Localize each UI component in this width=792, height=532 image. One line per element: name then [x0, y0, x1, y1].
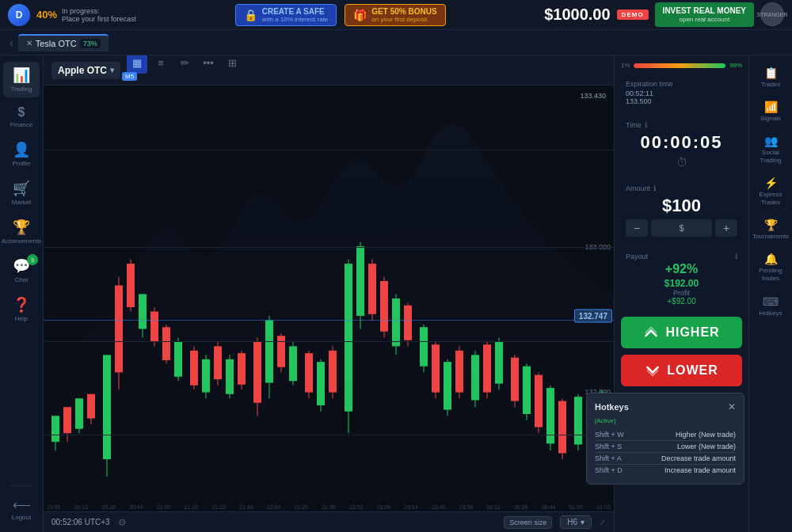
avatar-label: STRANGER — [757, 12, 788, 17]
hotkeys-title-row: Hotkeys ✕ — [595, 401, 736, 412]
sidebar-signals-label: Signals — [760, 115, 781, 122]
expiry-pct-left: 1% — [621, 62, 630, 69]
amount-info-icon[interactable]: ℹ — [653, 184, 656, 192]
right-sidebar: 📋 Trades 📶 Signals 👥 Social Trading ⚡ Ex… — [748, 55, 792, 532]
payout-info-icon[interactable]: ℹ — [735, 253, 737, 260]
sidebar-item-market[interactable]: 🛒 Market — [3, 175, 40, 211]
higher-button[interactable]: HIGHER — [621, 317, 742, 348]
svg-rect-25 — [202, 359, 210, 393]
hotkeys-close-button[interactable]: ✕ — [728, 401, 736, 412]
sidebar-item-achievements[interactable]: 🏆 Achievements — [3, 214, 40, 249]
chart-toolbar: Apple OTC ▾ ▦ M5 ≡ ✏ ••• ⊞ — [44, 55, 614, 86]
timer-label-text: Time — [626, 121, 642, 129]
hotkeys-popup: Hotkeys ✕ [Active] Shift + W Higher (New… — [586, 393, 744, 484]
sidebar-item-express[interactable]: ⚡ Express Trades — [752, 172, 789, 211]
tab-close-icon[interactable]: ✕ — [26, 39, 32, 48]
tab-tesla-otc[interactable]: ✕ Tesla OTC 73% — [18, 34, 109, 51]
grid-line-1 — [44, 150, 614, 150]
screen-size-button[interactable]: Screen size — [504, 516, 552, 529]
expiry-price-val: 133.500 — [626, 97, 652, 105]
chart-type-bar-button[interactable]: ▦ — [127, 55, 147, 74]
amount-currency: $ — [651, 219, 712, 237]
progress-subtitle: Place your first forecast — [62, 15, 136, 23]
create-safe-button[interactable]: 🔒 CREATE A SAFE with a 10% interest rate — [235, 4, 337, 26]
expiry-bar-row: 1% 99% — [621, 62, 742, 69]
svg-rect-23 — [190, 351, 198, 386]
chart-bar-btn-container: ▦ M5 — [127, 55, 147, 88]
bonus-btn-sub: on your first deposit — [371, 16, 436, 23]
svg-rect-65 — [455, 351, 463, 393]
amount-title-text: Amount — [626, 184, 650, 192]
payout-title-text: Payout — [626, 253, 648, 260]
sidebar-item-trading[interactable]: 📊 Trading — [3, 62, 40, 97]
chart-type-draw-button[interactable]: ✏ — [174, 55, 195, 74]
ms-badge: M5 — [122, 72, 137, 81]
profile-icon: 👤 — [13, 141, 30, 158]
chart-type-more-button[interactable]: ••• — [198, 55, 219, 74]
sidebar-item-finance[interactable]: $ Finance — [3, 101, 40, 133]
sidebar-help-label: Help — [15, 315, 28, 322]
sidebar-item-pending[interactable]: 🔔 Pending trades — [752, 248, 789, 287]
sidebar-item-logout[interactable]: ⟵ Logout — [3, 492, 40, 526]
svg-rect-15 — [139, 294, 147, 329]
grid-line-3 — [44, 341, 614, 342]
sidebar-item-trades[interactable]: 📋 Trades — [752, 62, 789, 93]
svg-rect-59 — [420, 327, 428, 366]
invest-title: INVEST REAL MONEY — [663, 6, 746, 16]
hotkey-combo-a: Shift + A — [595, 454, 622, 462]
svg-rect-47 — [345, 264, 352, 412]
safe-icon: 🔒 — [244, 9, 257, 21]
timer-title: Time ℹ — [626, 121, 737, 129]
expiry-pct-right: 99% — [729, 62, 742, 69]
svg-rect-81 — [558, 401, 566, 454]
sidebar-item-help[interactable]: ❓ Help — [3, 291, 40, 327]
avatar[interactable]: STRANGER — [760, 2, 784, 26]
svg-rect-11 — [115, 286, 123, 373]
finance-icon: $ — [18, 105, 25, 120]
left-sidebar: 📊 Trading $ Finance 👤 Profile 🛒 Market 🏆… — [0, 55, 44, 532]
sidebar-item-profile[interactable]: 👤 Profile — [3, 136, 40, 172]
chart-area: Apple OTC ▾ ▦ M5 ≡ ✏ ••• ⊞ 133.430 133.0… — [44, 55, 614, 532]
tab-nav-left[interactable]: ‹ — [6, 36, 17, 49]
top-bar-right: $1000.00 DEMO INVEST REAL MONEY open rea… — [536, 2, 792, 27]
svg-rect-75 — [523, 367, 531, 414]
amount-increase-button[interactable]: + — [715, 219, 737, 237]
invest-real-money-button[interactable]: INVEST REAL MONEY open real account — [655, 2, 754, 27]
chart-type-line-button[interactable]: ≡ — [150, 55, 171, 74]
lower-button[interactable]: LOWER — [621, 355, 742, 386]
svg-rect-19 — [162, 327, 170, 360]
sidebar-item-social[interactable]: 👥 Social Trading — [752, 130, 789, 169]
bonus-button[interactable]: 🎁 GET 50% BONUS on your first deposit — [345, 4, 445, 26]
timeframe-arrow: ▾ — [581, 518, 584, 526]
timeframe-button[interactable]: H6 ▾ — [560, 515, 592, 529]
svg-rect-9 — [103, 355, 111, 459]
sidebar-item-signals[interactable]: 📶 Signals — [752, 96, 789, 127]
safe-btn-sub: with a 10% interest rate — [262, 16, 329, 23]
amount-decrease-button[interactable]: − — [626, 219, 648, 237]
expiry-bar-container — [634, 63, 726, 68]
amount-title: Amount ℹ — [626, 184, 737, 192]
chart-time-display: 00:52:06 UTC+3 — [51, 518, 110, 526]
pending-icon: 🔔 — [764, 253, 778, 265]
chart-type-buttons: ▦ M5 ≡ ✏ ••• ⊞ — [127, 55, 242, 88]
asset-selector[interactable]: Apple OTC ▾ — [51, 62, 120, 79]
expiry-title-text: Expiration time — [626, 80, 673, 88]
sidebar-chat-label: Chat — [15, 276, 29, 283]
chart-info-bar: 00:52:06 UTC+3 ⚙ Screen size H6 ▾ ⤢ — [44, 511, 614, 532]
sidebar-item-chat[interactable]: 3 💬 Chat — [3, 253, 40, 288]
sync-icon[interactable]: ⚙ — [118, 517, 127, 528]
current-price-line — [44, 320, 614, 321]
sidebar-item-hotkeys[interactable]: ⌨ Hotkeys — [752, 291, 789, 321]
svg-rect-27 — [214, 346, 222, 379]
payout-amount: $192.00 — [626, 278, 737, 289]
bonus-btn-label: GET 50% BONUS — [371, 7, 436, 16]
chart-inner: 133.430 133.000 132.500 — [44, 86, 614, 511]
fullscreen-icon[interactable]: ⤢ — [600, 519, 606, 526]
timer-info-icon[interactable]: ℹ — [645, 121, 647, 129]
payout-section: Payout ℹ +92% $192.00 Profit +$92.00 — [621, 248, 742, 310]
sidebar-item-tournaments[interactable]: 🏆 Tournaments — [752, 214, 789, 245]
chart-type-grid-button[interactable]: ⊞ — [222, 55, 242, 74]
hotkey-action-a: Decrease trade amount — [661, 454, 736, 462]
hotkeys-title: Hotkeys — [595, 402, 629, 412]
svg-rect-39 — [289, 346, 297, 381]
